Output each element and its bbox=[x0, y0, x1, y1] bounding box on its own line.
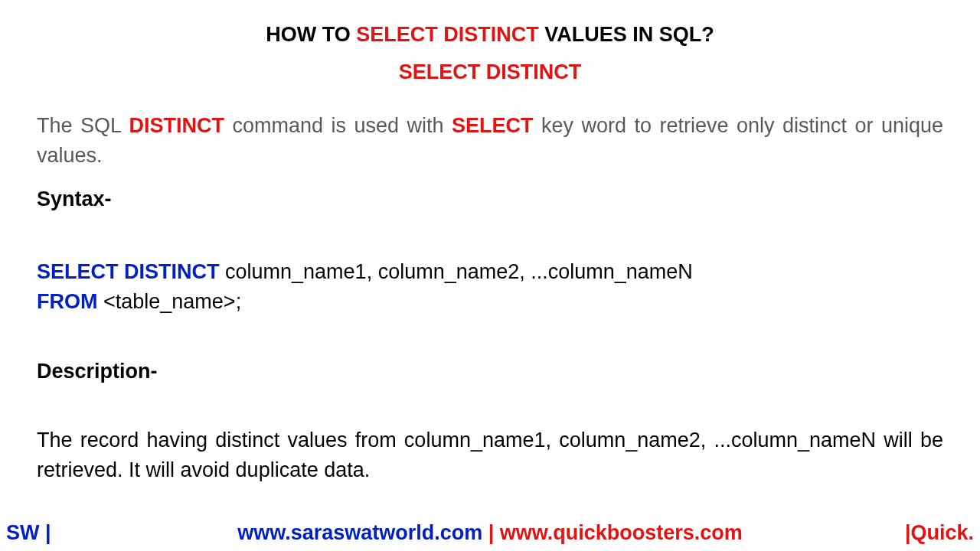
footer: SW | www.saraswatworld.com | www.quickbo… bbox=[0, 521, 980, 545]
page-title: HOW TO SELECT DISTINCT VALUES IN SQL? bbox=[37, 23, 943, 47]
footer-left: SW | bbox=[6, 521, 51, 545]
footer-url2: www.quickboosters.com bbox=[500, 521, 743, 544]
subtitle: SELECT DISTINCT bbox=[37, 60, 943, 84]
title-part1: HOW TO bbox=[266, 23, 356, 46]
description-text: The record having distinct values from c… bbox=[37, 425, 943, 485]
intro-kw-distinct: DISTINCT bbox=[129, 114, 225, 137]
code-line1-rest: column_name1, column_name2, ...column_na… bbox=[220, 260, 693, 283]
intro-p2: command is used with bbox=[224, 114, 452, 137]
footer-sep: | bbox=[482, 521, 500, 544]
intro-kw-select: SELECT bbox=[452, 114, 534, 137]
footer-center: www.saraswatworld.com | www.quickbooster… bbox=[237, 521, 743, 545]
code-kw-from: FROM bbox=[37, 290, 97, 313]
code-kw-select-distinct: SELECT DISTINCT bbox=[37, 260, 220, 283]
title-part2: VALUES IN SQL? bbox=[539, 23, 714, 46]
footer-url1: www.saraswatworld.com bbox=[237, 521, 482, 544]
footer-right: |Quick. bbox=[905, 521, 974, 545]
description-label: Description- bbox=[37, 360, 943, 383]
code-line2-rest: <table_name>; bbox=[97, 290, 241, 313]
code-line1: SELECT DISTINCT column_name1, column_nam… bbox=[37, 257, 943, 287]
syntax-label: Syntax- bbox=[37, 187, 943, 211]
intro-p1: The SQL bbox=[37, 114, 129, 137]
code-block: SELECT DISTINCT column_name1, column_nam… bbox=[37, 257, 943, 317]
intro-text: The SQL DISTINCT command is used with SE… bbox=[37, 111, 943, 171]
code-line2: FROM <table_name>; bbox=[37, 287, 943, 317]
title-highlight: SELECT DISTINCT bbox=[356, 23, 539, 46]
